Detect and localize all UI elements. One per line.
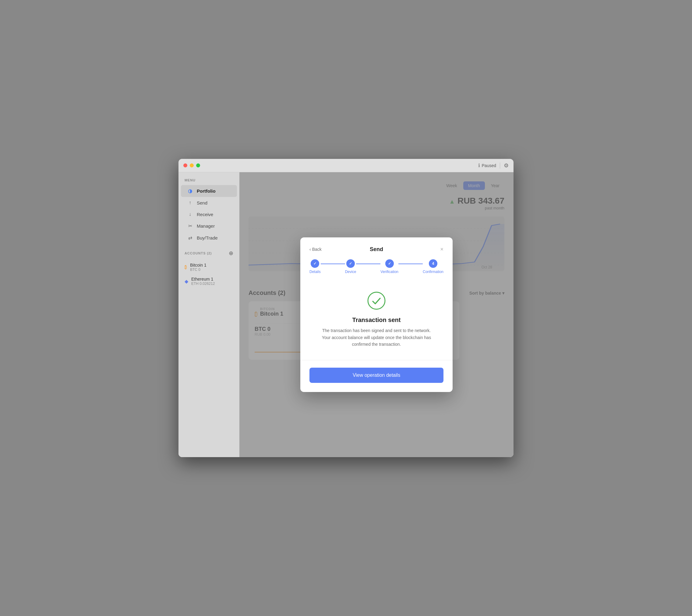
paused-status: ℹ Paused (478, 162, 496, 168)
portfolio-icon: ◑ (187, 188, 193, 194)
step-device-label: Device (345, 270, 356, 274)
sidebar-item-manager-label: Manager (197, 223, 215, 228)
modal-title: Send (370, 246, 383, 252)
bitcoin-balance: BTC 0 (190, 267, 207, 272)
close-button[interactable] (183, 163, 187, 168)
maximize-button[interactable] (196, 163, 200, 168)
receive-icon: ↓ (187, 212, 193, 217)
info-icon: ℹ (478, 162, 480, 168)
ethereum-name: Ethereum 1 (191, 277, 215, 282)
step-confirmation: 4 Confirmation (423, 259, 443, 274)
connector-2 (356, 264, 380, 264)
step-device: ✓ Device (345, 259, 356, 274)
step-verification-circle: ✓ (385, 259, 394, 268)
accounts-header: ACCOUNTS (2) ⊕ (185, 250, 233, 257)
step-details: ✓ Details (310, 259, 321, 274)
view-operation-details-button[interactable]: View operation details (310, 368, 443, 383)
connector-1 (321, 264, 345, 264)
main-layout: MENU ◑ Portfolio ↑ Send ↓ Receive ✂ Mana… (179, 172, 513, 457)
accounts-section: ACCOUNTS (2) ⊕ ₿ Bitcoin 1 BTC 0 ◆ Ether… (179, 250, 239, 288)
minimize-button[interactable] (190, 163, 194, 168)
sidebar-account-ethereum[interactable]: ◆ Ethereum 1 ETH 0.026212 (185, 274, 233, 288)
sidebar-item-manager[interactable]: ✂ Manager (181, 220, 237, 232)
buytrade-icon: ⇄ (187, 235, 193, 241)
send-icon: ↑ (187, 200, 193, 205)
menu-label: MENU (179, 178, 239, 185)
step-verification: ✓ Verification (380, 259, 398, 274)
step-confirmation-label: Confirmation (423, 270, 443, 274)
success-section: Transaction sent The transaction has bee… (310, 285, 443, 357)
accounts-label: ACCOUNTS (2) (185, 251, 212, 255)
success-description: The transaction has been signed and sent… (322, 327, 431, 348)
step-details-circle: ✓ (311, 259, 319, 268)
sidebar-account-bitcoin[interactable]: ₿ Bitcoin 1 BTC 0 (185, 260, 233, 274)
ethereum-balance: ETH 0.026212 (191, 282, 215, 286)
send-modal: ‹ Back Send × ✓ Details (300, 237, 453, 392)
title-bar-right: ℹ Paused ⚙ (478, 162, 509, 169)
bitcoin-name: Bitcoin 1 (190, 263, 207, 267)
back-chevron-icon: ‹ (310, 247, 311, 252)
sidebar: MENU ◑ Portfolio ↑ Send ↓ Receive ✂ Mana… (179, 172, 239, 457)
sidebar-item-buytrade-label: Buy/Trade (197, 235, 218, 240)
steps-container: ✓ Details ✓ Device ✓ Verification (310, 259, 443, 274)
sidebar-item-portfolio-label: Portfolio (197, 189, 216, 194)
manager-icon: ✂ (187, 223, 193, 229)
app-window: ℹ Paused ⚙ MENU ◑ Portfolio ↑ Send ↓ Rec… (179, 159, 513, 457)
account-info-ethereum: Ethereum 1 ETH 0.026212 (191, 277, 215, 286)
sidebar-item-receive[interactable]: ↓ Receive (181, 208, 237, 220)
sidebar-item-buytrade[interactable]: ⇄ Buy/Trade (181, 232, 237, 244)
sidebar-item-portfolio[interactable]: ◑ Portfolio (181, 185, 237, 197)
step-details-label: Details (310, 270, 321, 274)
step-confirmation-circle: 4 (429, 259, 437, 268)
bitcoin-icon: ₿ (185, 264, 187, 270)
connector-3 (398, 264, 423, 264)
modal-overlay: ‹ Back Send × ✓ Details (239, 172, 513, 457)
success-title: Transaction sent (352, 316, 401, 324)
sidebar-item-send-label: Send (197, 200, 207, 205)
paused-label-text: Paused (482, 163, 496, 168)
step-verification-label: Verification (380, 270, 398, 274)
step-device-circle: ✓ (346, 259, 355, 268)
account-info-bitcoin: Bitcoin 1 BTC 0 (190, 263, 207, 272)
ethereum-icon: ◆ (185, 279, 188, 284)
back-label: Back (312, 247, 322, 252)
svg-point-4 (368, 292, 385, 309)
add-account-icon[interactable]: ⊕ (229, 250, 233, 257)
success-checkmark-icon (367, 291, 386, 310)
traffic-lights (183, 163, 200, 168)
sidebar-item-send[interactable]: ↑ Send (181, 197, 237, 208)
modal-divider (300, 360, 453, 360)
back-button[interactable]: ‹ Back (310, 247, 322, 252)
close-button[interactable]: × (440, 246, 443, 252)
sidebar-item-receive-label: Receive (197, 212, 213, 217)
content-area: Week Month Year ▲ RUB 343.67 past month (239, 172, 513, 457)
settings-icon[interactable]: ⚙ (504, 162, 509, 169)
title-bar: ℹ Paused ⚙ (179, 159, 513, 172)
modal-header: ‹ Back Send × (310, 246, 443, 252)
